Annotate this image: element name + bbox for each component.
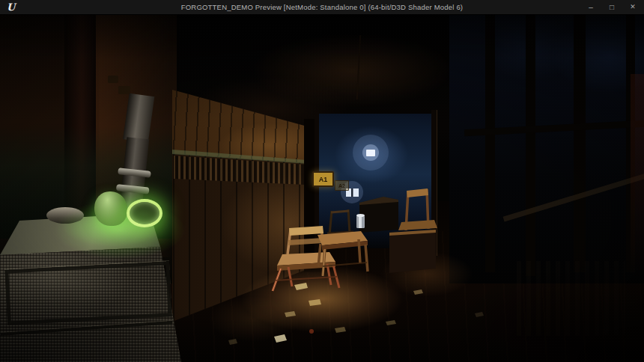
- maximize-button-icon[interactable]: □: [607, 0, 617, 14]
- unreal-preview-window: U FORGOTTEN_DEMO Preview [NetMode: Stand…: [0, 0, 644, 362]
- white-bucket: [356, 214, 365, 228]
- window-controls: – □ ✕: [586, 0, 638, 14]
- piano-cabinet-silhouette: [359, 197, 398, 233]
- floor-debris: [228, 283, 484, 345]
- wall-lamp: [353, 135, 389, 171]
- green-glow: [30, 185, 202, 267]
- game-viewport[interactable]: A2 A1: [0, 14, 644, 362]
- window-titlebar[interactable]: U FORGOTTEN_DEMO Preview [NetMode: Stand…: [0, 0, 644, 15]
- minimize-button-icon[interactable]: –: [586, 0, 596, 14]
- window-title: FORGOTTEN_DEMO Preview [NetMode: Standal…: [181, 0, 463, 14]
- close-button-icon[interactable]: ✕: [628, 0, 638, 14]
- unreal-engine-logo-icon: U: [7, 1, 15, 13]
- room-sign-a2: A2: [335, 180, 349, 191]
- room-sign-a1: A1: [312, 171, 334, 187]
- side-table: [318, 231, 368, 276]
- grille-frame: [4, 261, 172, 325]
- pipe-coupling: [123, 93, 154, 143]
